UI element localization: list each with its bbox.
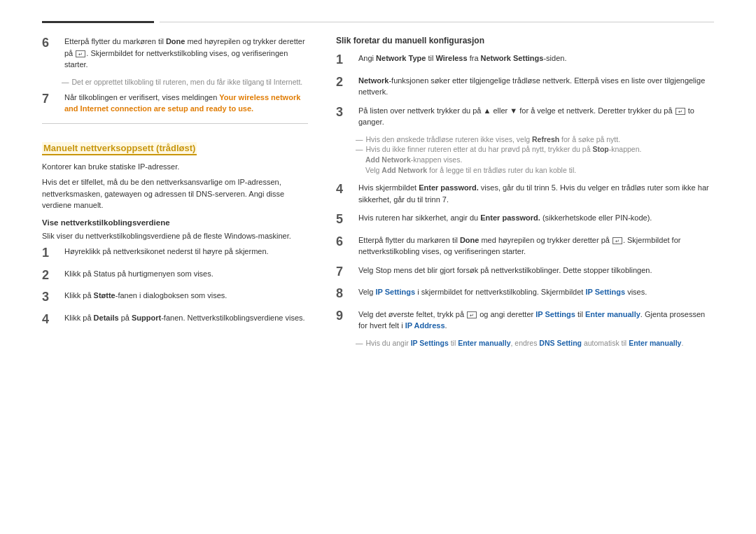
left-step-1: 1 Høyreklikk på nettverksikonet nederst … [42,246,308,261]
r5-text1: Hvis ruteren har sikkerhet, angir du [358,213,480,222]
left-step-4-text1: Klikk på [64,314,94,322]
left-intro2: Hvis det er tilfellet, må du be den nett… [42,176,308,211]
right-step-5-num: 5 [336,212,356,227]
right-step-9: 9 Velg det øverste feltet, trykk på ↵ og… [336,309,714,332]
r5-bold1: Enter password. [480,213,540,222]
right-step-3-notes: — Hvis den ønskede trådløse ruteren ikke… [356,135,714,177]
r6-text1: Etterpå flytter du markøren til [358,236,460,244]
right-step-5: 5 Hvis ruteren har sikkerhet, angir du E… [336,212,714,227]
r2-bold1: Network [358,76,388,85]
right-step-2-content: Network-funksjonen søker etter tilgjenge… [358,75,714,98]
r5-text2: (sikkerhetskode eller PIN-kode). [540,213,652,222]
manuelt-section-title: Manuelt nettverksoppsett (trådløst) [42,142,197,155]
r4-bold1: Enter password. [419,183,479,192]
left-step-2-content: Klikk på Status på hurtigmenyen som vise… [64,268,308,280]
r1-text3: fra [468,54,481,62]
r9-icon: ↵ [467,311,477,318]
left-step-4: 4 Klikk på Details på Support-fanen. Net… [42,312,308,328]
left-step-3-text1: Klikk på [64,291,94,300]
step-7-block: 7 Når tilkoblingen er verifisert, vises … [42,92,308,115]
r6-text2: med høyrepilen og trykker deretter på [479,236,612,244]
right-step-1: 1 Angi Network Type til Wireless fra Net… [336,52,714,68]
step-7-text1: Når tilkoblingen er verifisert, vises me… [64,93,219,101]
step-6-bold1: Done [166,37,186,45]
r4-text1: Hvis skjermbildet [358,183,419,192]
right-step-3: 3 På listen over nettverk trykker du på … [336,105,714,128]
r8-text1: Velg [358,288,375,296]
r3-note2: — Hvis du ikke finner ruteren etter at d… [356,145,714,153]
right-step-3-num: 3 [336,105,356,120]
right-step-1-num: 1 [336,52,356,68]
step-7-content: Når tilkoblingen er verifisert, vises me… [64,92,308,115]
right-step-1-content: Angi Network Type til Wireless fra Netwo… [358,52,714,64]
r1-text2: til [426,54,435,62]
r8-bold2: IP Settings [585,288,625,296]
r1-bold3: Network Settings [481,54,544,62]
right-step-2: 2 Network-funksjonen søker etter tilgjen… [336,75,714,98]
step-6-block: 6 Etterpå flytter du markøren til Done m… [42,36,308,71]
right-column: Slik foretar du manuell konfigurasjon 1 … [336,36,714,353]
right-step-8-num: 8 [336,286,356,302]
right-step-8: 8 Velg IP Settings i skjermbildet for ne… [336,286,714,302]
left-step-4-text3: -fanen. Nettverkstilkoblingsverdiene vis… [161,314,304,322]
r1-text1: Angi [358,54,376,62]
right-step-9-content: Velg det øverste feltet, trykk på ↵ og a… [358,309,714,332]
right-step-7-content: Velg Stop mens det blir gjort forsøk på … [358,265,714,276]
r1-bold2: Wireless [435,54,467,62]
r6-bold1: Done [460,236,479,244]
left-column: 6 Etterpå flytter du markøren til Done m… [42,36,308,353]
left-step-3-bold1: Støtte [94,291,115,300]
left-step-4-bold2: Support [132,314,161,322]
right-step-2-num: 2 [336,75,356,90]
left-step-2-num: 2 [42,268,62,283]
step-6-content: Etterpå flytter du markøren til Done med… [64,36,308,71]
final-note-content: Hvis du angir IP Settings til Enter manu… [366,339,684,347]
final-note-line: — Hvis du angir IP Settings til Enter ma… [356,339,714,347]
right-step-5-content: Hvis ruteren har sikkerhet, angir du Ent… [358,212,714,224]
r3-note1-text: Hvis den ønskede trådløse ruteren ikke v… [366,135,621,143]
step-6-text1: Etterpå flytter du markøren til [64,37,166,45]
left-step-1-content: Høyreklikk på nettverksikonet nederst ti… [64,246,308,258]
r3-note1: — Hvis den ønskede trådløse ruteren ikke… [356,135,714,143]
step-6-icon: ↵ [76,50,85,57]
left-step-2: 2 Klikk på Status på hurtigmenyen som vi… [42,268,308,283]
right-final-note: — Hvis du angir IP Settings til Enter ma… [356,339,714,347]
right-step-4-content: Hvis skjermbildet Enter password. vises,… [358,182,714,205]
note-6-block: — Det er opprettet tilkobling til rutere… [62,78,308,86]
r1-text4: -siden. [543,54,566,62]
r9-text3: til [575,310,585,318]
r3-icon: ↵ [676,108,685,115]
left-sub-intro: Slik viser du nettverkstilkoblingsverdie… [42,230,308,242]
left-step-3: 3 Klikk på Støtte-fanen i dialogboksen s… [42,290,308,305]
step-6-num: 6 [42,36,62,51]
left-step-3-num: 3 [42,290,62,305]
right-step-6-num: 6 [336,234,356,250]
r1-bold1: Network Type [376,54,426,62]
right-step-6-content: Etterpå flytter du markøren til Done med… [358,234,714,258]
r3-note2-text: Hvis du ikke finner ruteren etter at du … [366,145,642,153]
right-step-9-num: 9 [336,309,356,324]
right-step-6: 6 Etterpå flytter du markøren til Done m… [336,234,714,258]
r9-bold2: Enter manually [585,310,640,318]
right-step-8-content: Velg IP Settings i skjermbildet for nett… [358,286,714,298]
section-divider [42,123,308,124]
left-step-4-text2: på [119,314,132,322]
note-6-text: Det er opprettet tilkobling til ruteren,… [72,78,303,86]
left-step-4-content: Klikk på Details på Support-fanen. Nettv… [64,312,308,324]
r9-bold1: IP Settings [536,310,575,318]
top-decorative-line [42,21,714,23]
right-step-3-content: På listen over nettverk trykker du på ▲ … [358,105,714,128]
sub-heading-vise: Vise nettverkstilkoblingsverdiene [42,218,308,227]
r3-add-network: Add Network-knappen vises. Velg Add Netw… [365,155,714,177]
left-step-4-num: 4 [42,312,62,328]
r9-text1: Velg det øverste feltet, trykk på [358,310,466,318]
right-step-7: 7 Velg Stop mens det blir gjort forsøk p… [336,265,714,280]
left-step-4-bold1: Details [94,314,119,322]
r9-text5: . [445,321,447,330]
right-step-4-num: 4 [336,182,356,197]
r3-text1: På listen over nettverk trykker du på ▲ … [358,106,675,115]
r8-text2: i skjermbildet for nettverkstilkobling. … [415,288,585,296]
note-6-line: — Det er opprettet tilkobling til rutere… [62,78,308,86]
r2-text2: -funksjonen søker etter tilgjengelige tr… [358,76,705,97]
left-intro1: Kontorer kan bruke statiske IP-adresser. [42,161,308,173]
